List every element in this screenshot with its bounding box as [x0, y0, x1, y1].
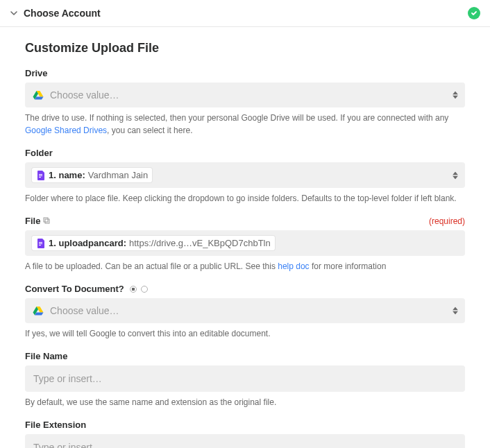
sort-arrows-icon	[453, 307, 458, 315]
fileext-label: File Extension	[25, 420, 86, 430]
convert-select[interactable]: Choose value…	[25, 298, 465, 323]
sort-arrows-icon	[453, 92, 458, 99]
folder-value-pill: 1. name: Vardhman Jain	[32, 168, 152, 182]
help-doc-link[interactable]: help doc	[278, 261, 309, 271]
filename-help: By default, we use the same name and ext…	[25, 396, 465, 408]
folder-help: Folder where to place file. Keep clickin…	[25, 192, 465, 205]
file-value-pill: 1. uploadpancard: https://drive.g…vE_KBp…	[32, 236, 275, 250]
copy-icon	[43, 217, 50, 225]
fileext-input[interactable]: Type or insert…	[25, 434, 465, 448]
convert-placeholder: Choose value…	[50, 305, 119, 316]
status-complete-icon	[468, 7, 480, 19]
field-convert: Convert To Document? Choose value… If ye…	[25, 284, 465, 340]
drive-select[interactable]: Choose value…	[25, 83, 465, 107]
form-area: Customize Upload File Drive Choose value…	[0, 27, 490, 448]
svg-rect-4	[39, 175, 42, 176]
sort-arrows-icon	[453, 171, 458, 179]
google-drive-icon	[32, 89, 44, 101]
field-folder: Folder 1. name: Vardhman Jain Folder whe…	[25, 148, 465, 205]
svg-rect-9	[39, 243, 42, 244]
svg-rect-10	[39, 245, 41, 245]
drive-placeholder: Choose value…	[50, 89, 119, 101]
filename-label: File Name	[25, 351, 67, 361]
field-file: File (required) 1. uploadpancard: https:…	[25, 216, 465, 273]
field-filename: File Name Type or insert… By default, we…	[25, 351, 465, 408]
radio-option-1[interactable]	[130, 286, 137, 293]
field-fileext: File Extension Type or insert… Advanced:…	[25, 420, 465, 448]
file-select[interactable]: 1. uploadpancard: https://drive.g…vE_KBp…	[25, 230, 465, 256]
drive-label: Drive	[25, 68, 48, 78]
svg-rect-3	[39, 174, 42, 175]
convert-help: If yes, we will tell Google to convert t…	[25, 327, 465, 340]
section-title: Choose Account	[24, 8, 101, 19]
svg-rect-5	[39, 177, 41, 178]
convert-label: Convert To Document?	[25, 284, 148, 294]
folder-label: Folder	[25, 148, 53, 158]
form-doc-icon	[36, 171, 46, 180]
folder-select[interactable]: 1. name: Vardhman Jain	[25, 162, 465, 188]
field-drive: Drive Choose value… The drive to use. If…	[25, 68, 465, 137]
section-header[interactable]: Choose Account	[0, 0, 490, 27]
chevron-down-icon	[10, 9, 18, 17]
google-drive-icon	[32, 304, 44, 317]
page-title: Customize Upload File	[25, 41, 465, 55]
radio-option-2[interactable]	[141, 286, 148, 293]
file-label: File	[25, 216, 50, 226]
drive-help: The drive to use. If nothing is selected…	[25, 112, 465, 137]
form-doc-icon	[36, 239, 46, 248]
svg-rect-6	[44, 218, 48, 222]
file-help: A file to be uploaded. Can be an actual …	[25, 260, 465, 273]
shared-drives-link[interactable]: Google Shared Drives	[25, 126, 107, 135]
filename-input[interactable]: Type or insert…	[25, 365, 465, 392]
file-required: (required)	[429, 216, 465, 226]
svg-rect-7	[45, 219, 49, 223]
svg-rect-8	[39, 242, 42, 243]
